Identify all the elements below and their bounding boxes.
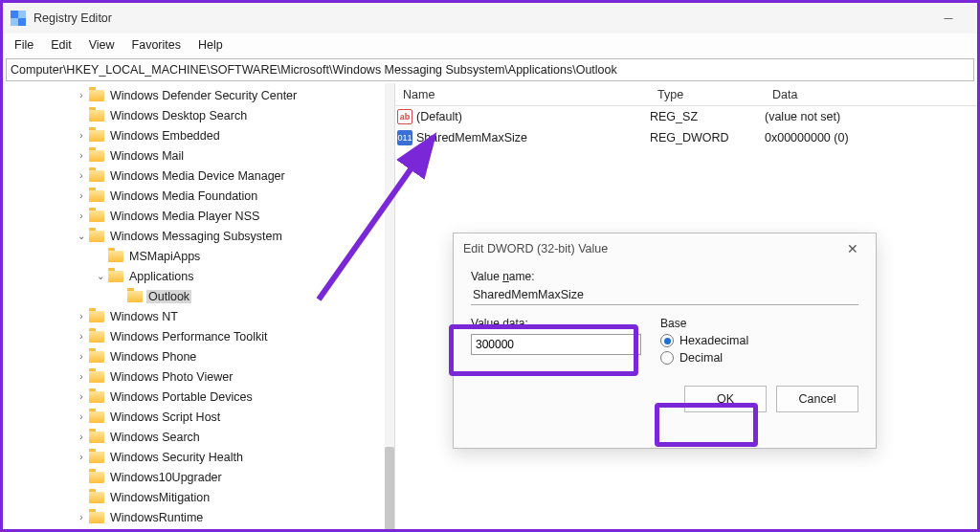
folder-icon bbox=[89, 150, 104, 162]
regedit-icon bbox=[11, 11, 26, 26]
tree-item-label: Windows Performance Toolkit bbox=[108, 330, 269, 344]
folder-icon bbox=[89, 90, 104, 101]
tree-item-label: Windows Photo Viewer bbox=[108, 370, 234, 384]
menu-view[interactable]: View bbox=[81, 36, 122, 54]
value-data-group: Value data: bbox=[471, 315, 641, 355]
tree-expander[interactable]: › bbox=[76, 432, 87, 442]
folder-icon bbox=[89, 472, 104, 483]
radio-dec[interactable] bbox=[660, 351, 674, 365]
tree-expander[interactable]: › bbox=[76, 331, 87, 342]
tree-expander[interactable]: › bbox=[76, 90, 87, 100]
tree-item[interactable]: ›Windows Security Health bbox=[3, 447, 394, 467]
value-row[interactable]: 011SharedMemMaxSizeREG_DWORD0x00000000 (… bbox=[395, 127, 977, 148]
tree-item-label: Windows Embedded bbox=[108, 129, 222, 143]
value-data: 0x00000000 (0) bbox=[765, 131, 977, 144]
tree-item-label: Windows Defender Security Center bbox=[108, 89, 299, 102]
tree-item[interactable]: MSMapiApps bbox=[3, 246, 394, 266]
tree-item[interactable]: Windows Desktop Search bbox=[3, 105, 394, 125]
tree-item-label: Windows Mail bbox=[108, 149, 186, 163]
tree-item[interactable]: ›Windows Embedded bbox=[3, 125, 394, 145]
value-type: REG_SZ bbox=[650, 110, 765, 123]
radio-hex-label: Hexadecimal bbox=[679, 334, 748, 347]
tree-item[interactable]: ›Windows Portable Devices bbox=[3, 387, 394, 407]
folder-icon bbox=[89, 371, 104, 383]
folder-icon bbox=[89, 110, 104, 122]
radio-dec-row[interactable]: Decimal bbox=[660, 351, 858, 365]
tree-item[interactable]: ›Windows NT bbox=[3, 306, 394, 326]
tree-item[interactable]: Outlook bbox=[3, 286, 394, 306]
tree-item[interactable]: ⌄Applications bbox=[3, 266, 394, 286]
tree-item[interactable]: ›Windows Media Player NSS bbox=[3, 206, 394, 226]
folder-icon bbox=[108, 271, 123, 282]
titlebar: Registry Editor ─ bbox=[3, 3, 977, 33]
tree-item[interactable]: ›Windows Media Foundation bbox=[3, 186, 394, 206]
dialog-close-button[interactable]: ✕ bbox=[839, 237, 866, 260]
tree-item[interactable]: ⌄Windows Messaging Subsystem bbox=[3, 226, 394, 246]
menubar: File Edit View Favorites Help bbox=[3, 33, 977, 56]
tree-item[interactable]: WindowsMitigation bbox=[3, 487, 394, 507]
col-name[interactable]: Name bbox=[395, 88, 650, 101]
tree-expander[interactable]: › bbox=[76, 190, 87, 201]
tree-item[interactable]: ›Windows Photo Viewer bbox=[3, 366, 394, 387]
tree-expander[interactable]: › bbox=[76, 150, 87, 161]
tree-item[interactable]: ›Windows Script Host bbox=[3, 407, 394, 427]
tree-expander[interactable]: › bbox=[76, 452, 87, 462]
dialog-titlebar: Edit DWORD (32-bit) Value ✕ bbox=[454, 233, 876, 264]
tree-item[interactable]: ›Windows Phone bbox=[3, 346, 394, 366]
tree-expander[interactable]: › bbox=[76, 371, 87, 382]
folder-icon bbox=[89, 311, 104, 322]
cancel-button[interactable]: Cancel bbox=[776, 386, 858, 412]
tree-pane[interactable]: ›Windows Defender Security CenterWindows… bbox=[3, 83, 395, 529]
folder-icon bbox=[89, 170, 104, 182]
tree-item-label: WindowsRuntime bbox=[108, 511, 205, 524]
tree-expander[interactable]: ⌄ bbox=[95, 271, 106, 281]
tree-item-label: Windows Script Host bbox=[108, 410, 222, 424]
col-data[interactable]: Data bbox=[765, 88, 977, 101]
radio-dec-label: Decimal bbox=[679, 351, 723, 365]
tree-item-label: MSMapiApps bbox=[127, 250, 202, 263]
tree-item[interactable]: ›Windows Defender Security Center bbox=[3, 85, 394, 105]
menu-file[interactable]: File bbox=[7, 36, 41, 54]
col-type[interactable]: Type bbox=[650, 88, 765, 101]
tree-item[interactable]: ›Windows Performance Toolkit bbox=[3, 326, 394, 346]
folder-icon bbox=[89, 492, 104, 503]
ok-button[interactable]: OK bbox=[684, 386, 767, 412]
tree-item-label: Outlook bbox=[146, 290, 191, 303]
tree-expander[interactable]: › bbox=[76, 211, 87, 221]
tree-item[interactable]: ›Windows Media Device Manager bbox=[3, 166, 394, 186]
tree-expander[interactable]: › bbox=[76, 351, 87, 362]
tree-expander[interactable]: › bbox=[76, 170, 87, 181]
value-name-field[interactable]: SharedMemMaxSize bbox=[471, 285, 858, 305]
radio-hex-row[interactable]: Hexadecimal bbox=[660, 334, 858, 347]
tree-expander[interactable]: › bbox=[76, 411, 87, 422]
tree-expander[interactable]: ⌄ bbox=[76, 231, 87, 241]
value-row[interactable]: ab(Default)REG_SZ(value not set) bbox=[395, 106, 977, 127]
tree-item[interactable]: ›WindowsRuntime bbox=[3, 507, 394, 527]
tree-expander[interactable]: › bbox=[76, 311, 87, 321]
value-data-input[interactable] bbox=[471, 334, 641, 355]
folder-icon bbox=[89, 512, 104, 523]
tree-expander[interactable]: › bbox=[76, 130, 87, 141]
tree-scrollbar-thumb[interactable] bbox=[385, 447, 394, 529]
address-bar[interactable]: Computer\HKEY_LOCAL_MACHINE\SOFTWARE\Mic… bbox=[6, 58, 974, 81]
folder-icon bbox=[89, 391, 104, 403]
value-data: (value not set) bbox=[765, 110, 977, 123]
minimize-button[interactable]: ─ bbox=[927, 5, 969, 32]
tree-item-label: Windows NT bbox=[108, 310, 180, 323]
radio-hex[interactable] bbox=[660, 334, 674, 347]
folder-icon bbox=[89, 231, 104, 242]
value-name: SharedMemMaxSize bbox=[416, 131, 650, 144]
menu-edit[interactable]: Edit bbox=[43, 36, 79, 54]
menu-help[interactable]: Help bbox=[190, 36, 231, 54]
folder-icon bbox=[89, 211, 104, 222]
folder-icon bbox=[89, 351, 104, 363]
tree-expander[interactable]: › bbox=[76, 512, 87, 522]
tree-item[interactable]: ›Windows Search bbox=[3, 427, 394, 447]
tree-item[interactable]: ›Windows Mail bbox=[3, 145, 394, 166]
dialog-title-text: Edit DWORD (32-bit) Value bbox=[463, 242, 608, 255]
tree-item[interactable]: Windows10Upgrader bbox=[3, 467, 394, 487]
address-text: Computer\HKEY_LOCAL_MACHINE\SOFTWARE\Mic… bbox=[11, 63, 617, 77]
tree-expander[interactable]: › bbox=[76, 391, 87, 402]
tree-item-label: Windows Phone bbox=[108, 350, 198, 364]
menu-favorites[interactable]: Favorites bbox=[124, 36, 189, 54]
